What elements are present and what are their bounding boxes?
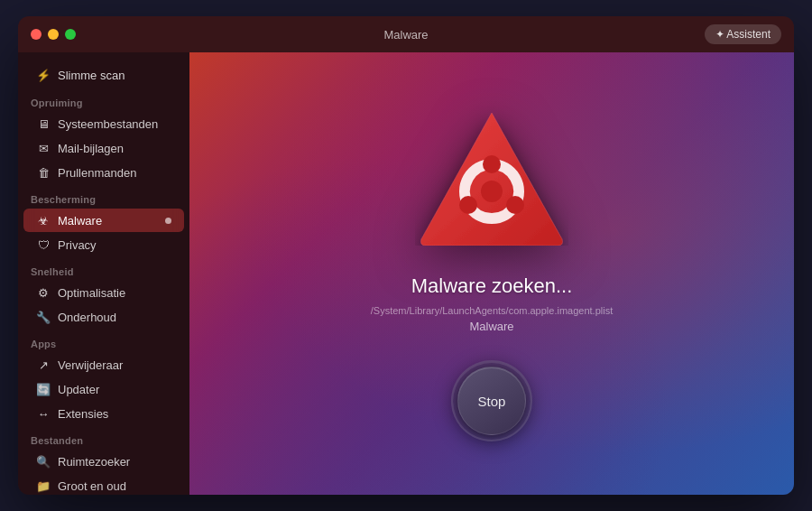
scan-title: Malware zoeken... <box>411 274 573 298</box>
sidebar-item-privacy[interactable]: 🛡 Privacy <box>23 233 184 256</box>
sidebar-item-malware[interactable]: ☣ Malware <box>23 209 184 232</box>
malware-icon-container <box>415 106 568 249</box>
sidebar-item-onderhoud[interactable]: 🔧 Onderhoud <box>23 305 184 329</box>
window-title: Malware <box>383 28 428 42</box>
verwijderaar-label: Verwijderaar <box>58 358 123 372</box>
content-area: Malware zoeken... /System/Library/Launch… <box>189 52 794 495</box>
sidebar-item-groot-en-oud[interactable]: 📁 Groot en oud <box>23 474 184 495</box>
sidebar: ⚡ Slimme scan Opruiming 🖥 Systeembestand… <box>18 52 189 495</box>
malware-label: Malware <box>58 214 102 228</box>
mail-bijlagen-icon: ✉ <box>36 141 51 155</box>
sidebar-item-optimalisatie[interactable]: ⚙ Optimalisatie <box>23 281 184 304</box>
updater-icon: 🔄 <box>36 382 51 396</box>
sidebar-item-ruimtezoeker[interactable]: 🔍 Ruimtezoeker <box>23 450 184 473</box>
assistant-button[interactable]: ✦ Assistent <box>705 24 781 44</box>
onderhoud-label: Onderhoud <box>58 311 116 324</box>
slimme-scan-label: Slimme scan <box>58 69 125 82</box>
privacy-icon: 🛡 <box>36 237 51 252</box>
section-apps: Apps <box>18 330 189 352</box>
section-opruiming: Opruiming <box>18 88 189 111</box>
app-window: Malware ✦ Assistent ⚡ Slimme scan Opruim… <box>18 16 794 495</box>
groot-en-oud-icon: 📁 <box>36 478 51 493</box>
groot-en-oud-label: Groot en oud <box>58 479 126 493</box>
sidebar-item-verwijderaar[interactable]: ↗ Verwijderaar <box>23 353 184 376</box>
optimalisatie-label: Optimalisatie <box>58 286 125 300</box>
privacy-label: Privacy <box>58 238 97 252</box>
sidebar-item-prullenmanden[interactable]: 🗑 Prullenmanden <box>23 161 184 184</box>
updater-label: Updater <box>58 383 99 396</box>
ruimtezoeker-icon: 🔍 <box>36 454 51 469</box>
scan-subtitle: Malware <box>469 320 513 333</box>
sidebar-item-systeembestanden[interactable]: 🖥 Systeembestanden <box>23 112 184 135</box>
stop-button-label: Stop <box>478 394 506 409</box>
systeembestanden-label: Systeembestanden <box>58 117 158 131</box>
onderhoud-icon: 🔧 <box>36 310 51 324</box>
prullenmanden-label: Prullenmanden <box>58 166 136 180</box>
ruimtezoeker-label: Ruimtezoeker <box>58 455 130 469</box>
mail-bijlagen-label: Mail-bijlagen <box>58 142 124 155</box>
main-area: ⚡ Slimme scan Opruiming 🖥 Systeembestand… <box>18 52 794 495</box>
biohazard-triangle-svg <box>415 106 568 246</box>
minimize-button[interactable] <box>48 29 59 40</box>
traffic-lights <box>31 29 76 40</box>
maximize-button[interactable] <box>65 29 76 40</box>
active-indicator <box>165 218 171 224</box>
section-snelheid: Snelheid <box>18 257 189 280</box>
sidebar-item-extensies[interactable]: ↔ Extensies <box>23 402 184 425</box>
slimme-scan-icon: ⚡ <box>36 68 51 82</box>
optimalisatie-icon: ⚙ <box>36 285 51 300</box>
svg-point-1 <box>483 155 501 173</box>
close-button[interactable] <box>31 29 42 40</box>
malware-icon: ☣ <box>36 213 51 228</box>
prullenmanden-icon: 🗑 <box>36 165 51 180</box>
stop-button-inner: Stop <box>457 367 526 435</box>
sidebar-item-updater[interactable]: 🔄 Updater <box>23 377 184 401</box>
extensies-icon: ↔ <box>36 406 51 421</box>
systeembestanden-icon: 🖥 <box>36 116 51 131</box>
sidebar-item-mail-bijlagen[interactable]: ✉ Mail-bijlagen <box>23 136 184 160</box>
stop-button-container: Stop <box>451 360 532 441</box>
svg-point-4 <box>481 181 503 202</box>
section-bestanden: Bestanden <box>18 426 189 449</box>
svg-point-2 <box>506 196 524 214</box>
titlebar: Malware ✦ Assistent <box>18 16 794 52</box>
verwijderaar-icon: ↗ <box>36 358 51 372</box>
scan-path: /System/Library/LaunchAgents/com.apple.i… <box>371 305 613 316</box>
section-bescherming: Bescherming <box>18 185 189 208</box>
stop-button[interactable]: Stop <box>451 360 532 441</box>
svg-point-3 <box>459 196 477 214</box>
extensies-label: Extensies <box>58 407 108 421</box>
sidebar-item-slimme-scan[interactable]: ⚡ Slimme scan <box>23 62 184 88</box>
